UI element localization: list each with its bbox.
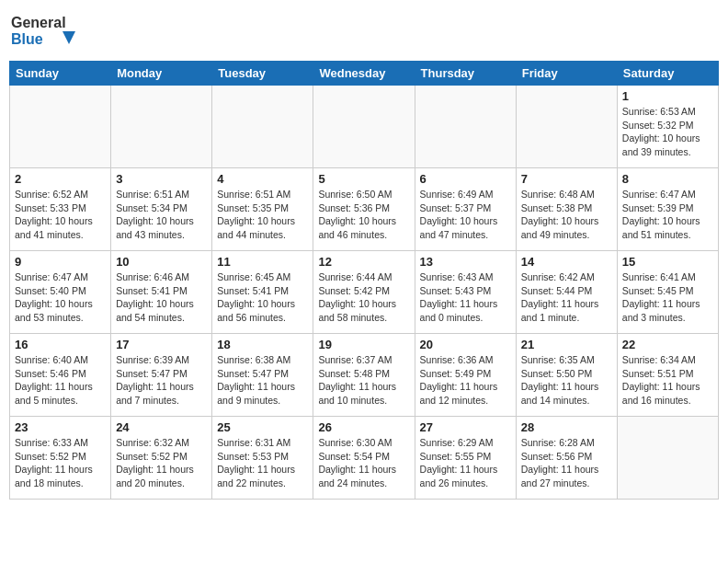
day-info: Sunrise: 6:48 AM Sunset: 5:38 PM Dayligh… — [521, 188, 612, 242]
calendar-cell: 7Sunrise: 6:48 AM Sunset: 5:38 PM Daylig… — [516, 168, 617, 251]
day-info: Sunrise: 6:46 AM Sunset: 5:41 PM Dayligh… — [116, 270, 207, 325]
calendar-cell — [10, 86, 111, 168]
day-number: 21 — [521, 338, 612, 351]
calendar-week-3: 16Sunrise: 6:40 AM Sunset: 5:46 PM Dayli… — [10, 334, 719, 417]
day-number: 8 — [622, 172, 713, 186]
day-number: 15 — [622, 255, 713, 269]
weekday-header-thursday: Thursday — [415, 62, 516, 86]
calendar-cell: 23Sunrise: 6:33 AM Sunset: 5:52 PM Dayli… — [10, 417, 111, 500]
calendar-cell: 13Sunrise: 6:43 AM Sunset: 5:43 PM Dayli… — [415, 251, 516, 334]
day-number: 28 — [521, 420, 612, 434]
calendar-cell: 3Sunrise: 6:51 AM Sunset: 5:34 PM Daylig… — [111, 168, 212, 251]
day-number: 10 — [116, 255, 207, 269]
calendar-cell: 22Sunrise: 6:34 AM Sunset: 5:51 PM Dayli… — [617, 334, 718, 417]
weekday-header-monday: Monday — [111, 62, 212, 86]
day-info: Sunrise: 6:51 AM Sunset: 5:34 PM Dayligh… — [116, 188, 207, 242]
day-info: Sunrise: 6:44 AM Sunset: 5:42 PM Dayligh… — [318, 270, 409, 325]
calendar-cell — [111, 86, 212, 168]
day-info: Sunrise: 6:53 AM Sunset: 5:32 PM Dayligh… — [622, 105, 713, 159]
day-number: 19 — [318, 338, 409, 351]
day-number: 11 — [217, 255, 308, 269]
calendar-cell: 4Sunrise: 6:51 AM Sunset: 5:35 PM Daylig… — [212, 168, 313, 251]
calendar-cell: 24Sunrise: 6:32 AM Sunset: 5:52 PM Dayli… — [111, 417, 212, 500]
day-info: Sunrise: 6:36 AM Sunset: 5:49 PM Dayligh… — [420, 353, 511, 408]
day-info: Sunrise: 6:49 AM Sunset: 5:37 PM Dayligh… — [420, 188, 511, 242]
calendar-cell: 15Sunrise: 6:41 AM Sunset: 5:45 PM Dayli… — [617, 251, 718, 334]
day-number: 6 — [420, 172, 511, 186]
calendar-cell — [212, 86, 313, 168]
calendar-cell: 6Sunrise: 6:49 AM Sunset: 5:37 PM Daylig… — [415, 168, 516, 251]
day-info: Sunrise: 6:47 AM Sunset: 5:40 PM Dayligh… — [15, 270, 106, 325]
calendar-cell: 26Sunrise: 6:30 AM Sunset: 5:54 PM Dayli… — [313, 417, 415, 500]
calendar-week-4: 23Sunrise: 6:33 AM Sunset: 5:52 PM Dayli… — [10, 417, 719, 500]
calendar-cell: 1Sunrise: 6:53 AM Sunset: 5:32 PM Daylig… — [617, 86, 718, 168]
day-number: 2 — [15, 172, 106, 186]
page-header: General Blue — [9, 9, 719, 53]
calendar-cell: 11Sunrise: 6:45 AM Sunset: 5:41 PM Dayli… — [212, 251, 313, 334]
day-number: 1 — [622, 89, 713, 103]
calendar-cell: 14Sunrise: 6:42 AM Sunset: 5:44 PM Dayli… — [516, 251, 617, 334]
weekday-header-wednesday: Wednesday — [313, 62, 415, 86]
day-info: Sunrise: 6:41 AM Sunset: 5:45 PM Dayligh… — [622, 270, 713, 325]
calendar-week-0: 1Sunrise: 6:53 AM Sunset: 5:32 PM Daylig… — [10, 86, 719, 168]
day-info: Sunrise: 6:38 AM Sunset: 5:47 PM Dayligh… — [217, 353, 308, 408]
day-info: Sunrise: 6:39 AM Sunset: 5:47 PM Dayligh… — [116, 353, 207, 408]
logo-text: General Blue — [9, 9, 83, 53]
calendar-table: SundayMondayTuesdayWednesdayThursdayFrid… — [9, 61, 719, 500]
day-info: Sunrise: 6:33 AM Sunset: 5:52 PM Dayligh… — [15, 436, 106, 490]
day-info: Sunrise: 6:32 AM Sunset: 5:52 PM Dayligh… — [116, 436, 207, 490]
day-info: Sunrise: 6:52 AM Sunset: 5:33 PM Dayligh… — [15, 188, 106, 242]
svg-text:General: General — [11, 15, 66, 30]
calendar-cell: 10Sunrise: 6:46 AM Sunset: 5:41 PM Dayli… — [111, 251, 212, 334]
calendar-cell: 16Sunrise: 6:40 AM Sunset: 5:46 PM Dayli… — [10, 334, 111, 417]
calendar-cell: 21Sunrise: 6:35 AM Sunset: 5:50 PM Dayli… — [516, 334, 617, 417]
day-number: 16 — [15, 338, 106, 351]
day-number: 22 — [622, 338, 713, 351]
svg-marker-2 — [63, 31, 75, 44]
calendar-cell: 27Sunrise: 6:29 AM Sunset: 5:55 PM Dayli… — [415, 417, 516, 500]
weekday-header-row: SundayMondayTuesdayWednesdayThursdayFrid… — [10, 62, 719, 86]
day-number: 7 — [521, 172, 612, 186]
svg-text:Blue: Blue — [11, 31, 43, 47]
day-number: 9 — [15, 255, 106, 269]
day-number: 23 — [15, 420, 106, 434]
calendar-cell: 8Sunrise: 6:47 AM Sunset: 5:39 PM Daylig… — [617, 168, 718, 251]
calendar-cell: 5Sunrise: 6:50 AM Sunset: 5:36 PM Daylig… — [313, 168, 415, 251]
day-number: 26 — [318, 420, 409, 434]
calendar-cell: 19Sunrise: 6:37 AM Sunset: 5:48 PM Dayli… — [313, 334, 415, 417]
day-number: 12 — [318, 255, 409, 269]
weekday-header-sunday: Sunday — [10, 62, 111, 86]
calendar-cell: 9Sunrise: 6:47 AM Sunset: 5:40 PM Daylig… — [10, 251, 111, 334]
calendar-week-1: 2Sunrise: 6:52 AM Sunset: 5:33 PM Daylig… — [10, 168, 719, 251]
day-info: Sunrise: 6:28 AM Sunset: 5:56 PM Dayligh… — [521, 436, 612, 490]
calendar-cell — [415, 86, 516, 168]
day-info: Sunrise: 6:47 AM Sunset: 5:39 PM Dayligh… — [622, 188, 713, 242]
day-info: Sunrise: 6:45 AM Sunset: 5:41 PM Dayligh… — [217, 270, 308, 325]
calendar-cell: 20Sunrise: 6:36 AM Sunset: 5:49 PM Dayli… — [415, 334, 516, 417]
day-number: 25 — [217, 420, 308, 434]
day-info: Sunrise: 6:51 AM Sunset: 5:35 PM Dayligh… — [217, 188, 308, 242]
day-number: 13 — [420, 255, 511, 269]
day-number: 17 — [116, 338, 207, 351]
day-info: Sunrise: 6:29 AM Sunset: 5:55 PM Dayligh… — [420, 436, 511, 490]
calendar-cell: 18Sunrise: 6:38 AM Sunset: 5:47 PM Dayli… — [212, 334, 313, 417]
day-number: 4 — [217, 172, 308, 186]
calendar-cell: 2Sunrise: 6:52 AM Sunset: 5:33 PM Daylig… — [10, 168, 111, 251]
day-info: Sunrise: 6:42 AM Sunset: 5:44 PM Dayligh… — [521, 270, 612, 325]
calendar-week-2: 9Sunrise: 6:47 AM Sunset: 5:40 PM Daylig… — [10, 251, 719, 334]
calendar-cell — [313, 86, 415, 168]
day-number: 18 — [217, 338, 308, 351]
day-info: Sunrise: 6:50 AM Sunset: 5:36 PM Dayligh… — [318, 188, 409, 242]
logo: General Blue — [9, 9, 83, 53]
day-number: 24 — [116, 420, 207, 434]
calendar-body: 1Sunrise: 6:53 AM Sunset: 5:32 PM Daylig… — [10, 86, 719, 500]
day-number: 3 — [116, 172, 207, 186]
day-number: 14 — [521, 255, 612, 269]
calendar-header: SundayMondayTuesdayWednesdayThursdayFrid… — [10, 62, 719, 86]
calendar-cell: 17Sunrise: 6:39 AM Sunset: 5:47 PM Dayli… — [111, 334, 212, 417]
day-info: Sunrise: 6:43 AM Sunset: 5:43 PM Dayligh… — [420, 270, 511, 325]
day-info: Sunrise: 6:35 AM Sunset: 5:50 PM Dayligh… — [521, 353, 612, 408]
day-info: Sunrise: 6:31 AM Sunset: 5:53 PM Dayligh… — [217, 436, 308, 490]
day-info: Sunrise: 6:37 AM Sunset: 5:48 PM Dayligh… — [318, 353, 409, 408]
calendar-cell — [516, 86, 617, 168]
